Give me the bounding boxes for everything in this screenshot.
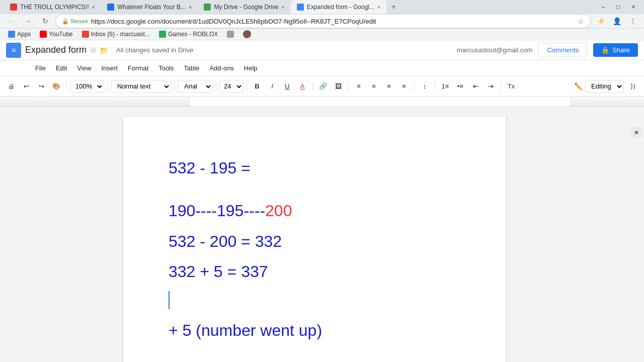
settings-button[interactable]: ⋮ [626,14,640,28]
bookmark-apps-label: Apps [17,31,31,38]
tab-favicon-2 [107,4,114,11]
close-button[interactable]: × [627,1,640,14]
secure-label: Secure [70,18,88,24]
text-color-button[interactable]: A [295,79,309,94]
avatar-icon [243,30,251,38]
style-select[interactable]: Normal text [111,80,171,93]
tab-favicon-1 [10,4,17,11]
ruler-content [189,97,571,106]
account-button[interactable]: 👤 [610,14,624,28]
increase-indent-button[interactable]: ⇥ [484,79,498,94]
paint-format-button[interactable]: 🎨 [49,79,63,94]
url-text[interactable]: https://docs.google.com/document/d/1udDO… [91,18,575,25]
bookmark-gmail[interactable]: Inbox (6) - marcuast... [78,29,154,39]
tab-close-4[interactable]: × [377,4,380,10]
doc-line-5: + 5 (number went up) [169,319,460,342]
separator-3 [174,81,175,92]
zoom-select[interactable]: 100% [70,80,104,93]
bookmark-games[interactable]: Games - ROBLOX [155,29,222,39]
doc-sidebar: ≡ [629,107,644,362]
back-button[interactable]: ← [4,14,18,28]
editing-mode-select[interactable]: Editing [585,80,624,93]
star-icon[interactable]: ☆ [90,45,97,55]
menu-view[interactable]: View [72,62,96,74]
doc-page[interactable]: 532 - 195 = 190----195----200 532 - 200 … [123,117,506,362]
separator-4 [216,81,216,92]
tab-whatever-floats[interactable]: Whatever Floats Your B... × [101,0,198,14]
menu-insert[interactable]: Insert [96,62,123,74]
image-button[interactable]: 🖼 [331,79,345,94]
separator-1 [66,81,67,92]
decrease-indent-button[interactable]: ⇤ [468,79,482,94]
tab-close-1[interactable]: × [92,4,95,10]
tab-expanded-form[interactable]: Expanded form - Googl... × [291,0,387,14]
print-button[interactable]: 🖨 [4,79,18,94]
redo-button[interactable]: ↪ [34,79,48,94]
collapse-sidebar-button[interactable]: ⟩⟩ [626,79,640,94]
pencil-icon: ✏️ [574,82,583,90]
clear-formatting-button[interactable]: Tx [504,79,518,94]
font-select[interactable]: Arial [178,80,213,93]
refresh-button[interactable]: ↻ [38,14,52,28]
doc-scroll-area[interactable]: 532 - 195 = 190----195----200 532 - 200 … [0,107,629,362]
underline-button[interactable]: U [280,79,294,94]
misc1-icon [227,31,234,38]
comments-button[interactable]: Comments [538,43,587,57]
saved-status: All changes saved in Drive [116,46,193,54]
apps-icon [8,31,15,38]
new-tab-button[interactable]: + [386,0,400,14]
text-cursor [169,291,170,309]
menu-table[interactable]: Table [179,62,204,74]
align-left-button[interactable]: ≡ [352,79,366,94]
bookmark-star-icon[interactable]: ☆ [578,17,584,25]
maximize-button[interactable]: □ [612,1,625,14]
doc-text-5: + 5 (number went up) [169,321,322,339]
align-center-button[interactable]: ≡ [367,79,381,94]
minimize-button[interactable]: − [597,1,610,14]
menu-help[interactable]: Help [239,62,263,74]
gdocs-topbar: ≡ Expanded form ☆ 📁 All changes saved in… [0,40,644,60]
bookmark-youtube[interactable]: YouTube [36,29,76,39]
doc-text-2a: 190----195---- [169,202,265,220]
italic-button[interactable]: I [265,79,279,94]
games-icon [159,31,166,38]
menu-tools[interactable]: Tools [153,62,179,74]
doc-line-4: 332 + 5 = 337 [169,260,460,283]
tab-my-drive[interactable]: My Drive - Google Drive × [198,0,290,14]
doc-text-2b: 200 [265,202,292,220]
bookmark-apps[interactable]: Apps [4,29,35,39]
separator-7 [348,81,349,92]
forward-button[interactable]: → [21,14,35,28]
bullet-list-button[interactable]: •≡ [453,79,467,94]
undo-button[interactable]: ↩ [19,79,33,94]
link-button[interactable]: 🔗 [316,79,330,94]
bookmark-gmail-label: Inbox (6) - marcuast... [91,31,150,38]
ruler [0,97,644,107]
numbered-list-button[interactable]: 1≡ [438,79,452,94]
tab-close-3[interactable]: × [281,4,284,10]
extensions-button[interactable]: ⚡ [594,14,608,28]
editing-area: ✏️ Editing ⟩⟩ [574,79,640,94]
doc-line-3: 532 - 200 = 332 [169,230,460,253]
doc-sidebar-icon[interactable]: ≡ [631,127,642,138]
separator-9 [435,81,435,92]
share-button[interactable]: 🔒 Share [593,43,638,57]
menu-format[interactable]: Format [123,62,153,74]
url-bar[interactable]: 🔒 Secure https://docs.google.com/documen… [55,14,591,28]
menu-edit[interactable]: Edit [51,62,72,74]
font-size-select[interactable]: 24 [219,80,244,93]
tab-troll-olympics[interactable]: THE TROLL OLYMPICS!! × [4,0,101,14]
menu-bar: File Edit View Insert Format Tools Table… [0,60,644,76]
doc-cursor-line [169,291,460,311]
tab-close-2[interactable]: × [189,4,192,10]
bookmark-misc2[interactable] [239,29,255,40]
bookmark-misc1[interactable] [223,29,238,39]
menu-addons[interactable]: Add-ons [204,62,238,74]
separator-6 [312,81,313,92]
justify-button[interactable]: ≡ [397,79,411,94]
folder-icon[interactable]: 📁 [100,46,108,54]
bold-button[interactable]: B [250,79,264,94]
align-right-button[interactable]: ≡ [382,79,396,94]
line-spacing-button[interactable]: ↕ [418,79,432,94]
menu-file[interactable]: File [30,62,51,74]
